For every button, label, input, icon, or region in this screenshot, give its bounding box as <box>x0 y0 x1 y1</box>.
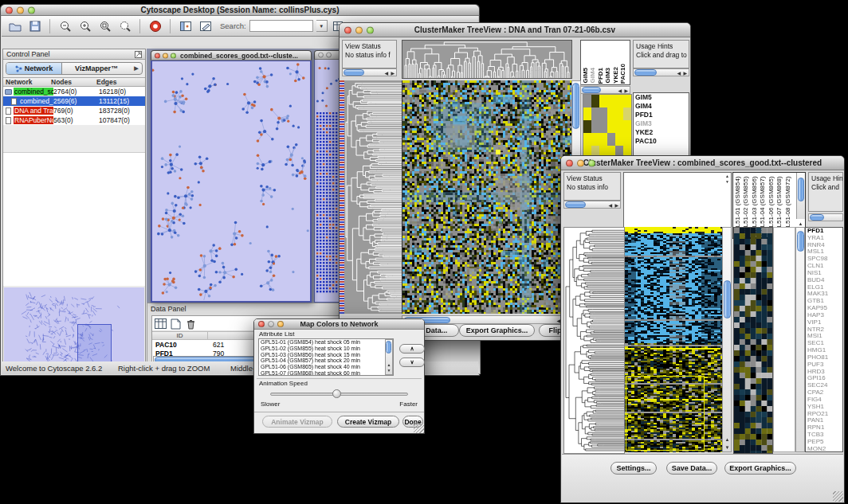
scroll-up-icon[interactable]: ▲ <box>725 174 729 178</box>
network-list-row[interactable]: combined_scores2764(0)16218(0) <box>3 87 145 96</box>
scroll-thumb[interactable] <box>565 201 586 208</box>
tab-overflow-arrow-icon[interactable]: ▶ <box>131 63 142 74</box>
scroll-thumb[interactable] <box>582 87 601 93</box>
float-panel-icon[interactable] <box>135 51 142 58</box>
network-list-row[interactable]: combined_sco2569(6)13112(15) <box>3 96 145 106</box>
zoom-button[interactable] <box>171 53 176 58</box>
global-heatmap-canvas[interactable] <box>402 80 571 314</box>
resize-grip[interactable] <box>414 423 424 433</box>
scroll-left-icon[interactable]: ◀ <box>618 88 622 93</box>
scroll-right-icon[interactable]: ▶ <box>683 71 687 76</box>
scroll-left-icon[interactable]: ◀ <box>384 71 388 76</box>
usage-hints-hscrollbar[interactable]: ◀ ▶ <box>633 68 689 76</box>
settings-button[interactable]: Settings... <box>610 462 657 475</box>
scroll-thumb[interactable] <box>572 83 579 129</box>
scroll-right-icon[interactable]: ▶ <box>391 71 395 76</box>
move-up-button[interactable]: ∧ <box>399 344 425 354</box>
col-network[interactable]: Network <box>3 78 51 86</box>
scroll-down-icon[interactable]: ▼ <box>725 445 730 450</box>
col-edges[interactable]: Edges <box>96 78 144 86</box>
zoom-out-icon[interactable] <box>57 18 73 34</box>
scroll-left-icon[interactable]: ◀ <box>608 203 612 208</box>
animate-vizmap-button[interactable]: Animate Vizmap <box>262 416 332 428</box>
zoom-button[interactable] <box>28 6 35 14</box>
attribute-list-vscrollbar[interactable]: ▲ ▼ <box>385 339 393 375</box>
save-icon[interactable] <box>26 18 43 34</box>
gene-label[interactable]: PAC10 <box>634 137 689 146</box>
zoom-button[interactable] <box>277 321 284 327</box>
gene-label[interactable]: GIM4 <box>634 102 689 111</box>
row-dendrogram-canvas[interactable] <box>563 227 625 454</box>
column-labels-vscrollbar[interactable] <box>796 173 805 219</box>
scroll-right-icon[interactable]: ▶ <box>614 203 618 208</box>
close-button[interactable] <box>566 159 573 166</box>
attribute-list-item[interactable]: GPL51-04 (GSM857) heat shock 20 min <box>259 357 393 364</box>
treeview1-titlebar[interactable]: ClusterMaker TreeView : DNA and Tran 07-… <box>340 23 690 37</box>
scroll-right-icon[interactable]: ▶ <box>624 88 628 93</box>
network-overview-canvas[interactable] <box>4 287 144 373</box>
attribute-list-item[interactable]: GPL51-07 (GSM868) heat shock 60 min <box>259 370 393 376</box>
gene-label[interactable]: GIM3 <box>634 119 689 128</box>
attribute-list-item[interactable]: GPL51-02 (GSM855) heat shock 10 min <box>259 346 393 352</box>
attribute-list[interactable]: GPL51-01 (GSM854) heat shock 05 minGPL51… <box>258 338 394 376</box>
open-file-icon[interactable] <box>6 18 23 34</box>
scroll-up-icon[interactable]: ▲ <box>799 221 803 226</box>
view-status-hscrollbar[interactable]: ◀ ▶ <box>563 201 621 209</box>
zoom-button[interactable] <box>367 26 374 33</box>
heatmap-hscrollbar[interactable]: ◀ ▶ <box>402 315 571 324</box>
minimize-button[interactable] <box>163 53 168 58</box>
scroll-up-icon[interactable]: ▲ <box>725 437 730 442</box>
save-data-button[interactable]: Save Data... <box>666 462 717 475</box>
data-col-id[interactable]: ID <box>152 332 208 339</box>
new-attribute-icon[interactable] <box>169 318 182 330</box>
scroll-thumb[interactable] <box>634 69 657 76</box>
minimize-button[interactable] <box>268 321 274 327</box>
network-list-row[interactable]: RNAPuberNov2+563(0)107847(0) <box>3 115 145 125</box>
attribute-list-item[interactable]: GPL51-01 (GSM854) heat shock 05 min <box>259 339 393 346</box>
scroll-down-icon[interactable]: ▼ <box>725 180 729 184</box>
minimize-button[interactable] <box>355 26 363 33</box>
tab-network[interactable]: Network <box>6 63 62 74</box>
export-graphics-button[interactable]: Export Graphics... <box>724 462 796 475</box>
col-nodes[interactable]: Nodes <box>51 78 96 86</box>
minimize-button[interactable] <box>326 53 332 58</box>
search-dropdown-arrow-icon[interactable]: ▼ <box>316 20 328 32</box>
move-down-button[interactable]: ∨ <box>399 357 425 367</box>
annotation-icon[interactable] <box>197 18 214 34</box>
scroll-thumb[interactable] <box>344 69 364 76</box>
close-button[interactable] <box>318 53 324 58</box>
attribute-table-icon[interactable] <box>154 318 167 330</box>
gene-list[interactable]: PFD1YRA1RNR4MSL1SPC98CLN1NIS1BUD4ELG1MAK… <box>805 227 843 452</box>
treeview2-titlebar[interactable]: ClusterMaker TreeView : combined_scores_… <box>561 156 844 170</box>
resize-grip[interactable] <box>833 491 843 502</box>
scroll-up-icon[interactable]: ▲ <box>387 363 391 367</box>
close-button[interactable] <box>344 26 351 33</box>
column-labels-hscrollbar[interactable]: ◀ ▶ <box>580 86 630 94</box>
export-graphics-button[interactable]: Export Graphics... <box>459 324 535 337</box>
minimize-button[interactable] <box>577 159 584 166</box>
view-status-hscrollbar[interactable]: ◀ ▶ <box>342 68 397 76</box>
zoom-button[interactable] <box>588 159 595 166</box>
minimize-button[interactable] <box>17 6 24 14</box>
scroll-thumb[interactable] <box>798 178 804 201</box>
gene-list-vscrollbar[interactable] <box>795 227 805 452</box>
zoom-fit-icon[interactable] <box>116 18 133 34</box>
search-input[interactable] <box>249 20 313 32</box>
cytopanel-west-icon[interactable] <box>177 18 194 34</box>
network-list-row[interactable]: DNA and Tran 07769(0)183728(0) <box>3 106 145 115</box>
scroll-thumb[interactable] <box>724 280 731 318</box>
attribute-list-item[interactable]: GPL51-03 (GSM856) heat shock 15 min <box>259 352 393 358</box>
close-button[interactable] <box>155 53 160 58</box>
row-dendrogram-canvas[interactable] <box>344 80 402 314</box>
slider-thumb[interactable] <box>332 389 341 398</box>
network-view-canvas-1[interactable] <box>152 61 310 300</box>
scroll-down-icon[interactable]: ▼ <box>387 369 391 373</box>
delete-attribute-icon[interactable] <box>184 318 197 330</box>
heatmap-vscrollbar[interactable]: ▲ ▼ <box>722 227 732 452</box>
zoom-heatmap-canvas[interactable] <box>733 227 773 454</box>
close-button[interactable] <box>6 6 13 14</box>
dialog-titlebar[interactable]: Map Colors to Network <box>254 319 424 330</box>
scroll-left-icon[interactable]: ◀ <box>677 71 681 76</box>
tab-vizmapper[interactable]: VizMapper™ <box>62 63 131 74</box>
gene-label[interactable]: PFD1 <box>634 111 689 119</box>
